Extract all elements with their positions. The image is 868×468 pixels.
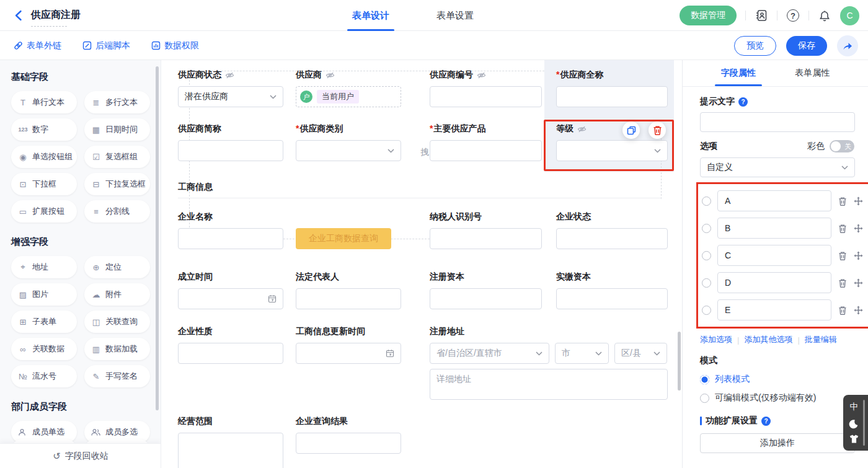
palette-item-relation-query[interactable]: ◫关联查询 [84, 311, 150, 333]
palette-item-dropdown[interactable]: ⊡下拉框 [11, 173, 77, 195]
save-button[interactable]: 保存 [786, 36, 827, 56]
delete-field-button[interactable] [649, 121, 666, 139]
batch-edit-link[interactable]: 批量编辑 [805, 334, 837, 345]
supplier-short-name-input[interactable] [178, 140, 283, 161]
palette-item-multi-line-text[interactable]: ≣多行文本 [84, 91, 150, 113]
field-supplier-status[interactable]: 供应商状态 潜在供应商 [178, 69, 283, 107]
main-products-input[interactable] [430, 140, 542, 161]
tab-field-properties[interactable]: 字段属性 [721, 60, 756, 86]
option-value-input[interactable] [717, 245, 831, 266]
data-manage-button[interactable]: 数据管理 [680, 6, 737, 25]
business-scope-textarea[interactable] [178, 433, 283, 468]
add-action-button[interactable]: 添加操作 [700, 433, 855, 453]
establish-date-input[interactable] [178, 288, 283, 309]
field-paid-capital[interactable]: 实缴资本 [556, 271, 668, 309]
company-nature-input[interactable] [178, 343, 283, 364]
field-business-scope[interactable]: 经营范围 [178, 415, 283, 468]
option-value-input[interactable] [717, 190, 831, 211]
mode-editable-radio[interactable]: 可编辑模式(仅移动端有效) [700, 392, 854, 404]
company-name-input[interactable] [178, 228, 283, 249]
supplier-full-name-input[interactable] [556, 86, 668, 107]
supplier-current-user-control[interactable]: 户 当前用户 [296, 86, 401, 107]
taxpayer-id-input[interactable] [430, 228, 542, 249]
palette-item-signature[interactable]: ✎手写签名 [84, 365, 150, 387]
field-recycle-bin[interactable]: ↺ 字段回收站 [0, 443, 161, 468]
field-supplier[interactable]: 供应商 户 当前用户 [296, 69, 401, 107]
option-value-input[interactable] [717, 218, 831, 239]
tab-form-design[interactable]: 表单设计 [347, 0, 394, 31]
dark-mode-moon-icon[interactable] [849, 419, 859, 429]
option-radio[interactable] [702, 306, 711, 315]
field-company-nature[interactable]: 企业性质 [178, 325, 283, 364]
field-supplier-no[interactable]: 供应商编号 [430, 69, 542, 107]
grade-select[interactable] [556, 140, 668, 161]
palette-item-location[interactable]: ⊕定位 [84, 256, 150, 278]
palette-item-checkbox-group[interactable]: ☑复选框组 [84, 146, 150, 168]
palette-item-datetime[interactable]: ▦日期时间 [84, 118, 150, 141]
field-company-status[interactable]: 企业状态 [556, 211, 668, 249]
color-toggle[interactable]: 关 [830, 140, 854, 152]
info-update-time-input[interactable] [296, 343, 401, 364]
help-icon[interactable]: ? [761, 417, 771, 426]
share-button[interactable] [837, 35, 858, 56]
page-title[interactable]: 供应商注册 [31, 9, 81, 23]
field-supplier-category[interactable]: *供应商类别 [296, 123, 401, 161]
field-company-query-result[interactable]: 企业查询结果 [296, 415, 401, 454]
company-status-input[interactable] [556, 228, 668, 249]
palette-item-radio-group[interactable]: ◉单选按钮组 [11, 146, 77, 168]
drag-handle-icon[interactable] [854, 278, 863, 288]
tab-form-properties[interactable]: 表单属性 [795, 60, 830, 86]
option-radio[interactable] [702, 196, 711, 206]
add-option-link[interactable]: 添加选项 [700, 334, 732, 345]
option-radio[interactable] [702, 224, 711, 233]
palette-item-divider[interactable]: ≡分割线 [84, 200, 150, 223]
field-registered-address[interactable]: 注册地址 省/自治区/直辖市 市 区/县 详细地址 [430, 325, 668, 400]
field-main-products[interactable]: *主要供应产品 [430, 123, 542, 161]
field-legal-rep[interactable]: 法定代表人 [296, 271, 401, 309]
company-query-result-input[interactable] [296, 433, 401, 454]
field-supplier-full-name[interactable]: *供应商全称 [556, 69, 668, 107]
address-district-select[interactable]: 区/县 [614, 343, 667, 364]
palette-item-attachment[interactable]: ☁附件 [84, 283, 150, 306]
option-radio[interactable] [702, 251, 711, 260]
palette-item-data-loading[interactable]: ▥数据加载 [84, 338, 150, 360]
delete-option-icon[interactable] [838, 306, 847, 315]
option-source-select[interactable]: 自定义 [700, 157, 855, 177]
sidebar-scrollbar[interactable] [156, 66, 159, 410]
palette-item-subform[interactable]: ⊞子表单 [11, 311, 77, 333]
palette-item-relation-data[interactable]: ∞关联数据 [11, 338, 77, 360]
contacts-book-icon[interactable] [755, 9, 768, 22]
hint-text-input[interactable] [700, 112, 855, 132]
palette-item-serial-number[interactable]: №流水号 [11, 365, 77, 387]
canvas-scrollbar[interactable] [678, 332, 681, 391]
mode-list-radio[interactable]: 列表模式 [700, 374, 854, 385]
drag-handle-icon[interactable] [854, 196, 863, 206]
field-taxpayer-id[interactable]: 纳税人识别号 [430, 211, 542, 249]
field-company-name[interactable]: 企业名称 [178, 211, 283, 249]
field-info-update-time[interactable]: 工商信息更新时间 [296, 325, 401, 364]
palette-item-address[interactable]: ⌖地址 [11, 256, 77, 278]
field-supplier-short-name[interactable]: 供应商简称 [178, 123, 283, 161]
legal-rep-input[interactable] [296, 288, 401, 309]
help-icon[interactable]: ? [786, 9, 800, 22]
drag-handle-icon[interactable] [854, 251, 863, 260]
option-value-input[interactable] [717, 272, 831, 293]
add-other-option-link[interactable]: 添加其他选项 [744, 334, 792, 345]
palette-item-number[interactable]: 123数字 [11, 118, 77, 141]
copy-field-button[interactable] [622, 121, 640, 139]
drag-handle-icon[interactable] [854, 306, 863, 315]
supplier-status-select[interactable]: 潜在供应商 [178, 86, 283, 107]
back-button[interactable] [11, 9, 25, 22]
palette-item-extension-button[interactable]: ▭扩展按钮 [11, 200, 77, 223]
language-toggle[interactable]: 中ʾ [850, 402, 858, 414]
preview-button[interactable]: 预览 [734, 36, 776, 56]
company-data-query-button[interactable]: 企业工商数据查询 [296, 228, 391, 249]
paid-capital-input[interactable] [556, 288, 668, 309]
delete-option-icon[interactable] [838, 278, 847, 288]
palette-item-image[interactable]: ▨图片 [11, 283, 77, 306]
field-establish-date[interactable]: 成立时间 [178, 271, 283, 309]
form-external-link[interactable]: 表单外链 [14, 40, 61, 51]
palette-item-multi-dropdown[interactable]: ⊟下拉复选框 [84, 173, 150, 195]
address-city-select[interactable]: 市 [555, 343, 609, 364]
registered-capital-input[interactable] [430, 288, 542, 309]
